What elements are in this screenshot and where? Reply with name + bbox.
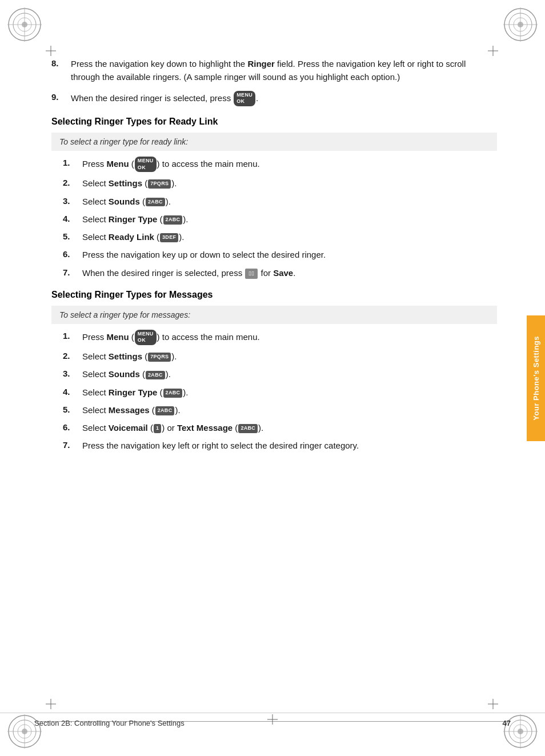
section-1-heading: Selecting Ringer Types for Ready Link [51,117,497,127]
s2-step3-content: Select Sounds (2ABC). [82,367,497,381]
s1-step4-content: Select Ringer Type (2ABC). [82,213,497,226]
section1-step-7: 7. When the desired ringer is selected, … [63,266,497,279]
s1-step6-num: 6. [63,248,79,261]
s2-step6-content: Select Voicemail (1) or Text Message (2A… [82,421,497,434]
section1-step-4: 4. Select Ringer Type (2ABC). [63,213,497,226]
voicemail-1-icon: 1 [154,424,161,433]
menu-ok-icon-s2-1: MENUOK [135,330,157,345]
section1-step-5: 5. Select Ready Link (3DEF). [63,230,497,243]
footer-center-crosshair [267,714,278,726]
main-content: 8. Press the navigation key down to high… [34,0,514,491]
menu-ok-icon-s1-1: MENUOK [135,157,157,172]
footer-page-number: 47 [503,719,511,727]
s1-step5-num: 5. [63,230,79,243]
section-2-instruction: To select a ringer type for messages: [51,306,497,324]
s2-step6-num: 6. [63,421,79,434]
top-steps: 8. Press the navigation key down to high… [51,57,497,106]
s2-step7-num: 7. [63,439,79,452]
s1-step4-num: 4. [63,213,79,226]
s2-step4-num: 4. [63,386,79,399]
s1-step3-content: Select Sounds (2ABC). [82,195,497,208]
s2-step5-content: Select Messages (2ABC). [82,403,497,417]
footer-section-text: Section 2B: Controlling Your Phone's Set… [34,719,185,727]
section2-step-4: 4. Select Ringer Type (2ABC). [63,386,497,399]
readylink-3-icon: 3DEF [160,233,178,242]
crosshair-tr [488,46,499,57]
s1-step7-content: When the desired ringer is selected, pre… [82,266,497,279]
step-9-content: When the desired ringer is selected, pre… [71,91,497,106]
settings-7-icon-s2: 7PQRS [148,353,171,362]
section-1-steps: 1. Press Menu (MENUOK) to access the mai… [63,157,497,279]
messages-2-icon: 2ABC [155,406,175,415]
section-2-heading: Selecting Ringer Types for Messages [51,290,497,300]
section2-step-6: 6. Select Voicemail (1) or Text Message … [63,421,497,434]
s1-step1-content: Press Menu (MENUOK) to access the main m… [82,157,497,172]
s1-step3-num: 3. [63,195,79,208]
textmsg-2-icon: 2ABC [238,424,258,433]
step-9: 9. When the desired ringer is selected, … [51,91,497,106]
crosshair-tl [46,46,57,57]
section2-step-7: 7. Press the navigation key left or righ… [63,439,497,452]
s2-step4-content: Select Ringer Type (2ABC). [82,386,497,399]
crosshair-br [488,699,499,710]
s1-step6-content: Press the navigation key up or down to s… [82,248,497,261]
section-2-steps: 1. Press Menu (MENUOK) to access the mai… [63,330,497,453]
section-ready-link: Selecting Ringer Types for Ready Link To… [51,117,497,279]
sounds-2-icon: 2ABC [146,198,165,207]
s1-step1-num: 1. [63,157,79,172]
s2-step2-content: Select Settings (7PQRS). [82,350,497,363]
section-1-instruction: To select a ringer type for ready link: [51,133,497,151]
section-messages: Selecting Ringer Types for Messages To s… [51,290,497,453]
s2-step3-num: 3. [63,367,79,381]
menu-ok-button-icon: MENUOK [234,91,255,106]
s2-step2-num: 2. [63,350,79,363]
crosshair-bl [46,699,57,710]
s2-step1-num: 1. [63,330,79,345]
s1-step2-content: Select Settings (7PQRS). [82,177,497,190]
corner-decoration-tl [5,5,45,45]
s1-step2-num: 2. [63,177,79,190]
step-8: 8. Press the navigation key down to high… [51,57,497,84]
section2-step-2: 2. Select Settings (7PQRS). [63,350,497,363]
sounds-2-icon-s2: 2ABC [146,371,165,380]
step-8-number: 8. [51,57,67,84]
s1-step5-content: Select Ready Link (3DEF). [82,230,497,243]
section1-step-1: 1. Press Menu (MENUOK) to access the mai… [63,157,497,172]
section1-step-3: 3. Select Sounds (2ABC). [63,195,497,208]
s2-step1-content: Press Menu (MENUOK) to access the main m… [82,330,497,345]
s1-step7-num: 7. [63,266,79,279]
save-soft-key-icon: ▯▯ [245,269,258,279]
section2-step-1: 1. Press Menu (MENUOK) to access the mai… [63,330,497,345]
section1-step-6: 6. Press the navigation key up or down t… [63,248,497,261]
step-9-number: 9. [51,91,67,106]
s2-step5-num: 5. [63,403,79,417]
side-tab: Your Phone's Settings [527,315,545,441]
ringer-2-icon: 2ABC [163,215,183,225]
settings-7-icon: 7PQRS [148,179,171,189]
section2-step-5: 5. Select Messages (2ABC). [63,403,497,417]
ringer-2-icon-s2: 2ABC [163,389,183,398]
section2-step-3: 3. Select Sounds (2ABC). [63,367,497,381]
step-8-content: Press the navigation key down to highlig… [71,57,497,84]
s2-step7-content: Press the navigation key left or right t… [82,439,497,452]
corner-decoration-tr [500,5,540,45]
section1-step-2: 2. Select Settings (7PQRS). [63,177,497,190]
side-tab-label: Your Phone's Settings [532,336,540,421]
